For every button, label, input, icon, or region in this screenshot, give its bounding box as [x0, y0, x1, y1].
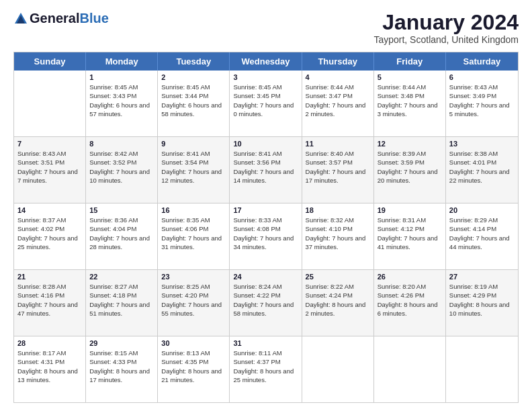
- day-info: Sunrise: 8:43 AM Sunset: 3:49 PM Dayligh…: [449, 83, 515, 118]
- day-cell: 5Sunrise: 8:44 AM Sunset: 3:48 PM Daylig…: [374, 71, 446, 136]
- day-info: Sunrise: 8:38 AM Sunset: 4:01 PM Dayligh…: [449, 149, 515, 185]
- day-info: Sunrise: 8:41 AM Sunset: 3:56 PM Dayligh…: [233, 149, 298, 185]
- day-cell: 14Sunrise: 8:37 AM Sunset: 4:02 PM Dayli…: [14, 203, 86, 269]
- day-cell: 17Sunrise: 8:33 AM Sunset: 4:08 PM Dayli…: [230, 203, 302, 269]
- day-info: Sunrise: 8:25 AM Sunset: 4:20 PM Dayligh…: [161, 282, 226, 318]
- day-number: 2: [161, 73, 226, 81]
- day-cell: 16Sunrise: 8:35 AM Sunset: 4:06 PM Dayli…: [158, 203, 230, 269]
- day-info: Sunrise: 8:36 AM Sunset: 4:04 PM Dayligh…: [89, 216, 154, 251]
- day-cell: 1Sunrise: 8:45 AM Sunset: 3:43 PM Daylig…: [86, 71, 158, 136]
- day-info: Sunrise: 8:24 AM Sunset: 4:22 PM Dayligh…: [233, 282, 298, 318]
- header: GeneralBlue January 2024 Tayport, Scotla…: [13, 11, 519, 45]
- day-number: 14: [17, 206, 82, 214]
- day-cell: 12Sunrise: 8:39 AM Sunset: 3:59 PM Dayli…: [374, 137, 446, 203]
- location: Tayport, Scotland, United Kingdom: [373, 34, 519, 45]
- day-cell: 20Sunrise: 8:29 AM Sunset: 4:14 PM Dayli…: [446, 203, 518, 269]
- day-info: Sunrise: 8:40 AM Sunset: 3:57 PM Dayligh…: [306, 149, 370, 185]
- day-cell: 24Sunrise: 8:24 AM Sunset: 4:22 PM Dayli…: [230, 270, 302, 336]
- day-number: 24: [233, 273, 298, 281]
- logo-blue: Blue: [79, 11, 108, 26]
- calendar-body: 1Sunrise: 8:45 AM Sunset: 3:43 PM Daylig…: [14, 71, 518, 402]
- day-info: Sunrise: 8:45 AM Sunset: 3:45 PM Dayligh…: [233, 83, 298, 118]
- day-cell: 21Sunrise: 8:28 AM Sunset: 4:16 PM Dayli…: [14, 270, 86, 336]
- day-info: Sunrise: 8:42 AM Sunset: 3:52 PM Dayligh…: [89, 149, 154, 185]
- day-number: 26: [378, 273, 442, 281]
- day-cell: 23Sunrise: 8:25 AM Sunset: 4:20 PM Dayli…: [158, 270, 230, 336]
- logo-icon: [13, 11, 28, 26]
- day-number: 30: [161, 339, 226, 347]
- day-cell: 7Sunrise: 8:43 AM Sunset: 3:51 PM Daylig…: [14, 137, 86, 203]
- day-info: Sunrise: 8:41 AM Sunset: 3:54 PM Dayligh…: [161, 149, 226, 185]
- day-info: Sunrise: 8:19 AM Sunset: 4:29 PM Dayligh…: [449, 282, 515, 318]
- day-cell: 8Sunrise: 8:42 AM Sunset: 3:52 PM Daylig…: [86, 137, 158, 203]
- day-number: 28: [17, 339, 82, 347]
- week-row: 21Sunrise: 8:28 AM Sunset: 4:16 PM Dayli…: [14, 270, 518, 336]
- day-cell: 29Sunrise: 8:15 AM Sunset: 4:33 PM Dayli…: [86, 336, 158, 402]
- day-number: 16: [161, 206, 226, 214]
- day-header: Monday: [86, 52, 158, 71]
- day-info: Sunrise: 8:27 AM Sunset: 4:18 PM Dayligh…: [89, 282, 154, 318]
- day-cell: [14, 71, 86, 136]
- day-cell: 28Sunrise: 8:17 AM Sunset: 4:31 PM Dayli…: [14, 336, 86, 402]
- day-header: Wednesday: [230, 52, 302, 71]
- day-cell: [302, 336, 374, 402]
- day-number: 6: [449, 73, 515, 81]
- day-cell: 10Sunrise: 8:41 AM Sunset: 3:56 PM Dayli…: [230, 137, 302, 203]
- day-number: 23: [161, 273, 226, 281]
- day-cell: 22Sunrise: 8:27 AM Sunset: 4:18 PM Dayli…: [86, 270, 158, 336]
- day-info: Sunrise: 8:17 AM Sunset: 4:31 PM Dayligh…: [17, 349, 82, 384]
- day-number: 19: [378, 206, 442, 214]
- day-number: 18: [306, 206, 370, 214]
- calendar: SundayMondayTuesdayWednesdayThursdayFrid…: [13, 52, 519, 403]
- day-number: 25: [306, 273, 370, 281]
- day-number: 12: [378, 140, 442, 148]
- day-cell: 19Sunrise: 8:31 AM Sunset: 4:12 PM Dayli…: [374, 203, 446, 269]
- day-info: Sunrise: 8:29 AM Sunset: 4:14 PM Dayligh…: [449, 216, 515, 251]
- day-number: 10: [233, 140, 298, 148]
- day-header: Thursday: [302, 52, 374, 71]
- day-info: Sunrise: 8:44 AM Sunset: 3:48 PM Dayligh…: [378, 83, 442, 118]
- day-number: 8: [89, 140, 154, 148]
- logo-text: GeneralBlue: [13, 11, 109, 26]
- day-number: 5: [378, 73, 442, 81]
- day-info: Sunrise: 8:43 AM Sunset: 3:51 PM Dayligh…: [17, 149, 82, 185]
- day-number: 3: [233, 73, 298, 81]
- day-info: Sunrise: 8:45 AM Sunset: 3:44 PM Dayligh…: [161, 83, 226, 118]
- day-cell: 13Sunrise: 8:38 AM Sunset: 4:01 PM Dayli…: [446, 137, 518, 203]
- day-header: Tuesday: [158, 52, 230, 71]
- logo-general: General: [30, 11, 79, 26]
- title-section: January 2024 Tayport, Scotland, United K…: [373, 11, 519, 45]
- day-cell: 4Sunrise: 8:44 AM Sunset: 3:47 PM Daylig…: [302, 71, 374, 136]
- day-info: Sunrise: 8:33 AM Sunset: 4:08 PM Dayligh…: [233, 216, 298, 251]
- day-info: Sunrise: 8:45 AM Sunset: 3:43 PM Dayligh…: [89, 83, 154, 118]
- day-number: 20: [449, 206, 515, 214]
- day-info: Sunrise: 8:39 AM Sunset: 3:59 PM Dayligh…: [378, 149, 442, 185]
- day-info: Sunrise: 8:37 AM Sunset: 4:02 PM Dayligh…: [17, 216, 82, 251]
- week-row: 1Sunrise: 8:45 AM Sunset: 3:43 PM Daylig…: [14, 71, 518, 137]
- day-header: Saturday: [446, 52, 518, 71]
- day-cell: 2Sunrise: 8:45 AM Sunset: 3:44 PM Daylig…: [158, 71, 230, 136]
- week-row: 28Sunrise: 8:17 AM Sunset: 4:31 PM Dayli…: [14, 336, 518, 402]
- day-number: 31: [233, 339, 298, 347]
- day-number: 13: [449, 140, 515, 148]
- day-number: 15: [89, 206, 154, 214]
- day-cell: 11Sunrise: 8:40 AM Sunset: 3:57 PM Dayli…: [302, 137, 374, 203]
- day-number: 22: [89, 273, 154, 281]
- day-info: Sunrise: 8:20 AM Sunset: 4:26 PM Dayligh…: [378, 282, 442, 318]
- day-info: Sunrise: 8:44 AM Sunset: 3:47 PM Dayligh…: [306, 83, 370, 118]
- day-number: 27: [449, 273, 515, 281]
- day-info: Sunrise: 8:35 AM Sunset: 4:06 PM Dayligh…: [161, 216, 226, 251]
- day-cell: [374, 336, 446, 402]
- day-cell: [446, 336, 518, 402]
- day-number: 4: [306, 73, 370, 81]
- day-info: Sunrise: 8:15 AM Sunset: 4:33 PM Dayligh…: [89, 349, 154, 384]
- day-cell: 31Sunrise: 8:11 AM Sunset: 4:37 PM Dayli…: [230, 336, 302, 402]
- day-cell: 25Sunrise: 8:22 AM Sunset: 4:24 PM Dayli…: [302, 270, 374, 336]
- logo: GeneralBlue: [13, 11, 109, 26]
- day-info: Sunrise: 8:22 AM Sunset: 4:24 PM Dayligh…: [306, 282, 370, 318]
- day-number: 29: [89, 339, 154, 347]
- day-header: Friday: [374, 52, 446, 71]
- day-info: Sunrise: 8:13 AM Sunset: 4:35 PM Dayligh…: [161, 349, 226, 384]
- day-number: 7: [17, 140, 82, 148]
- day-cell: 6Sunrise: 8:43 AM Sunset: 3:49 PM Daylig…: [446, 71, 518, 136]
